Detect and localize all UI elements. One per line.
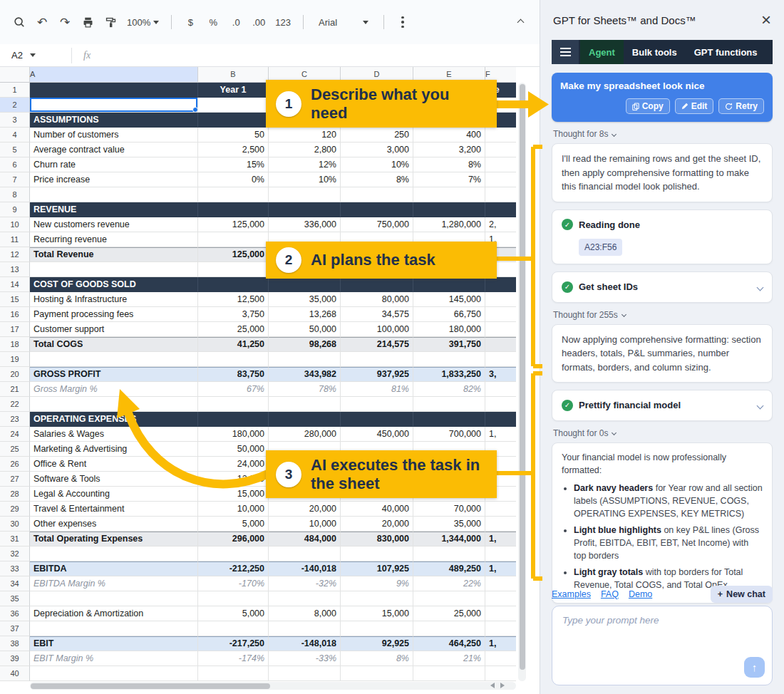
cell[interactable]: GROSS PROFIT xyxy=(30,367,198,382)
cell[interactable]: 5,000 xyxy=(198,606,269,621)
cell[interactable]: -174% xyxy=(198,651,269,666)
cell[interactable]: 450,000 xyxy=(341,427,413,442)
cell[interactable] xyxy=(413,397,485,412)
cell[interactable]: 3,750 xyxy=(198,307,269,322)
cell[interactable]: 50,000 xyxy=(269,322,341,337)
row-header[interactable]: 28 xyxy=(0,487,30,502)
row-header[interactable]: 19 xyxy=(0,352,30,367)
row-header[interactable]: 3 xyxy=(0,113,30,128)
cell[interactable]: EBIT Margin % xyxy=(30,651,198,666)
cell[interactable]: 12,000 xyxy=(198,472,269,487)
row-header[interactable]: 31 xyxy=(0,532,30,547)
cell[interactable]: 125,000 xyxy=(198,217,269,232)
cell[interactable] xyxy=(413,277,485,292)
row-header[interactable]: 7 xyxy=(0,172,30,187)
cell[interactable] xyxy=(341,412,413,427)
new-chat-button[interactable]: + New chat xyxy=(711,586,773,603)
tab-agent[interactable]: Agent xyxy=(580,40,624,64)
cell[interactable]: 296,000 xyxy=(198,532,269,547)
cell[interactable] xyxy=(485,412,516,427)
row-header[interactable]: 35 xyxy=(0,591,30,606)
cell[interactable] xyxy=(269,187,341,202)
cell[interactable] xyxy=(30,397,198,412)
row-header[interactable]: 18 xyxy=(0,337,30,352)
row-header[interactable]: 29 xyxy=(0,502,30,517)
cell[interactable]: -33% xyxy=(269,651,341,666)
cell[interactable]: 343,982 xyxy=(269,367,341,382)
chevron-down-icon[interactable] xyxy=(758,398,763,413)
cell[interactable]: Office & Rent xyxy=(30,457,198,472)
row-header[interactable]: 22 xyxy=(0,397,30,412)
row-header[interactable]: 32 xyxy=(0,547,30,561)
row-header[interactable]: 25 xyxy=(0,442,30,457)
scrollbar-thumb[interactable] xyxy=(31,683,270,689)
cell[interactable]: Average contract value xyxy=(30,143,198,157)
cell[interactable]: 41,250 xyxy=(198,337,269,352)
row-header[interactable]: 38 xyxy=(0,636,30,651)
cell[interactable] xyxy=(198,232,269,247)
cell[interactable] xyxy=(485,202,516,217)
cell[interactable]: REVENUE xyxy=(30,202,198,217)
cell[interactable] xyxy=(198,591,269,606)
cell[interactable]: 20,000 xyxy=(269,502,341,517)
row-header[interactable]: 37 xyxy=(0,621,30,636)
cell[interactable]: 98,268 xyxy=(269,337,341,352)
cell[interactable]: 1,344,000 xyxy=(413,532,485,547)
cell[interactable] xyxy=(30,98,198,113)
cell[interactable]: 120 xyxy=(269,128,341,143)
cell[interactable] xyxy=(413,547,485,561)
cell[interactable] xyxy=(485,517,516,532)
cell[interactable]: 250 xyxy=(341,128,413,143)
cell[interactable] xyxy=(198,187,269,202)
cell[interactable]: Payment processing fees xyxy=(30,307,198,322)
number-format-icon[interactable]: 123 xyxy=(272,12,294,32)
cell[interactable] xyxy=(30,591,198,606)
thought-toggle[interactable]: Thought for 8s xyxy=(553,129,771,139)
cell[interactable]: 12,500 xyxy=(198,292,269,307)
row-header[interactable]: 26 xyxy=(0,457,30,472)
cell[interactable]: 82% xyxy=(413,382,485,397)
cell[interactable] xyxy=(269,277,341,292)
cell[interactable] xyxy=(413,591,485,606)
cell[interactable]: 1,280,000 xyxy=(413,217,485,232)
cell[interactable]: 12% xyxy=(269,157,341,172)
cell[interactable]: 214,575 xyxy=(341,337,413,352)
scrollbar-thumb[interactable] xyxy=(520,84,525,670)
cell[interactable] xyxy=(485,397,516,412)
cell[interactable]: 10% xyxy=(341,157,413,172)
cell[interactable]: Salaries & Wages xyxy=(30,427,198,442)
cell[interactable]: -140,018 xyxy=(269,561,341,576)
cell[interactable]: Total Operating Expenses xyxy=(30,532,198,547)
cell[interactable]: 1, xyxy=(485,427,516,442)
row-header[interactable]: 16 xyxy=(0,307,30,322)
cell[interactable]: EBITDA xyxy=(30,561,198,576)
cell[interactable]: 280,000 xyxy=(269,427,341,442)
cell[interactable] xyxy=(198,262,269,277)
cell[interactable] xyxy=(269,591,341,606)
undo-icon[interactable]: ↶ xyxy=(33,12,51,32)
prettify-card[interactable]: ✓ Prettify financial model xyxy=(552,390,773,421)
cell[interactable] xyxy=(198,621,269,636)
cell[interactable]: Churn rate xyxy=(30,157,198,172)
cell[interactable]: 25,000 xyxy=(413,606,485,621)
cell[interactable] xyxy=(485,292,516,307)
redo-icon[interactable]: ↷ xyxy=(56,12,74,32)
cell[interactable]: Depreciation & Amortization xyxy=(30,606,198,621)
cell[interactable]: 8,000 xyxy=(269,606,341,621)
cell[interactable] xyxy=(485,157,516,172)
send-button[interactable]: ↑ xyxy=(744,657,765,678)
row-header[interactable]: 9 xyxy=(0,202,30,217)
decrease-decimals-icon[interactable]: .0 xyxy=(227,12,245,32)
cell[interactable]: 83,750 xyxy=(198,367,269,382)
cell[interactable]: Marketing & Advertising xyxy=(30,442,198,457)
font-select[interactable]: Arial xyxy=(313,12,374,32)
cell[interactable]: 1, xyxy=(485,561,516,576)
row-header[interactable]: 17 xyxy=(0,322,30,337)
row-header[interactable]: 4 xyxy=(0,128,30,143)
cell[interactable] xyxy=(341,397,413,412)
cell[interactable] xyxy=(341,277,413,292)
cell[interactable]: 100,000 xyxy=(341,322,413,337)
cell[interactable] xyxy=(485,128,516,143)
cell[interactable] xyxy=(485,187,516,202)
cell[interactable]: ASSUMPTIONS xyxy=(30,113,198,128)
